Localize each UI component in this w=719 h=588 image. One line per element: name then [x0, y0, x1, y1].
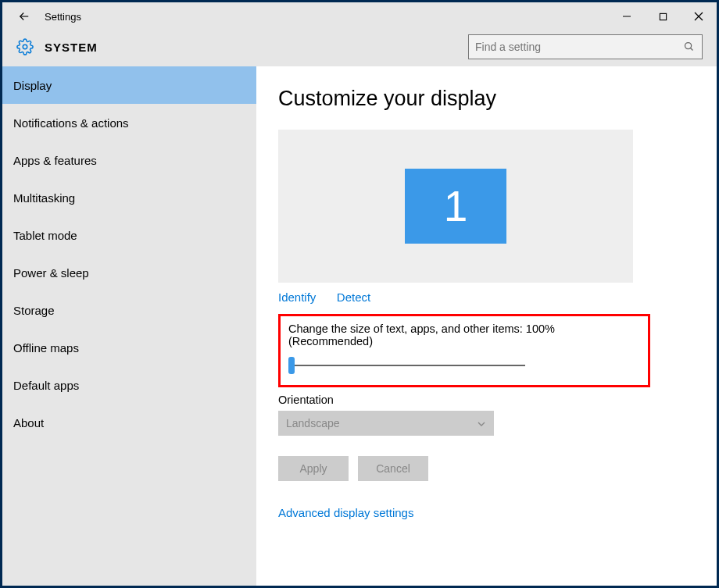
- sidebar: Display Notifications & actions Apps & f…: [2, 66, 256, 586]
- window-controls: [609, 2, 717, 30]
- sidebar-item-about[interactable]: About: [2, 404, 256, 441]
- scale-label: Change the size of text, apps, and other…: [288, 323, 640, 347]
- search-icon: [683, 41, 696, 53]
- sidebar-item-label: Notifications & actions: [13, 116, 129, 130]
- header-band: SYSTEM: [2, 30, 717, 66]
- window-title: Settings: [45, 11, 81, 23]
- orientation-dropdown[interactable]: Landscape: [278, 411, 494, 436]
- svg-point-4: [23, 45, 27, 49]
- cancel-button[interactable]: Cancel: [358, 456, 428, 481]
- chevron-down-icon: [477, 419, 486, 428]
- monitor-number: 1: [444, 181, 468, 231]
- sidebar-item-label: Multitasking: [13, 191, 75, 205]
- titlebar: Settings: [2, 2, 717, 30]
- sidebar-item-label: Display: [13, 79, 52, 92]
- svg-line-6: [691, 48, 693, 51]
- sidebar-item-storage[interactable]: Storage: [2, 291, 256, 329]
- sidebar-item-label: Tablet mode: [13, 229, 77, 242]
- maximize-button[interactable]: [645, 2, 681, 30]
- page-heading: Customize your display: [278, 87, 695, 111]
- minimize-button[interactable]: [609, 2, 645, 30]
- close-button[interactable]: [681, 2, 717, 30]
- sidebar-item-display[interactable]: Display: [2, 66, 256, 104]
- sidebar-item-label: Default apps: [13, 379, 79, 392]
- display-preview[interactable]: 1: [278, 130, 633, 283]
- svg-rect-1: [660, 13, 666, 20]
- detect-link[interactable]: Detect: [337, 290, 370, 304]
- sidebar-item-default-apps[interactable]: Default apps: [2, 366, 256, 404]
- apply-cancel-row: Apply Cancel: [278, 456, 695, 481]
- dropdown-value: Landscape: [286, 417, 340, 429]
- sidebar-item-notifications[interactable]: Notifications & actions: [2, 104, 256, 141]
- apply-button[interactable]: Apply: [278, 456, 349, 481]
- sidebar-item-multitasking[interactable]: Multitasking: [2, 179, 256, 216]
- sidebar-item-label: Storage: [13, 304, 55, 317]
- sidebar-item-label: Offline maps: [13, 341, 79, 355]
- sidebar-item-tablet-mode[interactable]: Tablet mode: [2, 216, 256, 254]
- body: Display Notifications & actions Apps & f…: [2, 66, 717, 586]
- search-box[interactable]: [468, 34, 703, 59]
- sidebar-item-apps-features[interactable]: Apps & features: [2, 141, 256, 179]
- monitor-1-icon[interactable]: 1: [405, 169, 506, 244]
- scale-slider[interactable]: [288, 358, 523, 372]
- slider-track: [291, 365, 525, 366]
- sidebar-item-offline-maps[interactable]: Offline maps: [2, 329, 256, 366]
- advanced-display-settings-link[interactable]: Advanced display settings: [278, 506, 695, 519]
- scale-highlight-box: Change the size of text, apps, and other…: [278, 314, 650, 387]
- orientation-label: Orientation: [278, 394, 695, 406]
- slider-thumb[interactable]: [288, 357, 295, 374]
- sidebar-item-label: Apps & features: [13, 154, 97, 167]
- gear-icon: [16, 38, 34, 55]
- section-title: SYSTEM: [45, 41, 98, 54]
- search-input[interactable]: [475, 41, 683, 53]
- content-area: Customize your display 1 Identify Detect…: [256, 66, 717, 586]
- svg-point-5: [685, 43, 692, 49]
- sidebar-item-power-sleep[interactable]: Power & sleep: [2, 254, 256, 291]
- sidebar-item-label: About: [13, 416, 44, 429]
- identify-detect-row: Identify Detect: [278, 290, 695, 305]
- sidebar-item-label: Power & sleep: [13, 266, 89, 280]
- back-icon[interactable]: [16, 9, 32, 24]
- identify-link[interactable]: Identify: [278, 290, 316, 304]
